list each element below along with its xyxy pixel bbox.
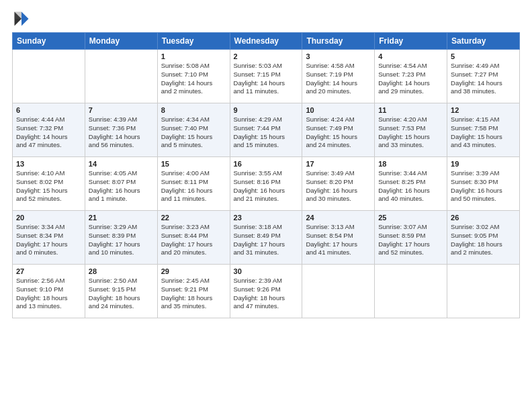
calendar-cell: 26Sunrise: 3:02 AM Sunset: 9:05 PM Dayli…: [447, 211, 520, 265]
day-number: 26: [451, 214, 516, 222]
day-number: 17: [306, 160, 371, 168]
calendar-cell: 30Sunrise: 2:39 AM Sunset: 9:26 PM Dayli…: [230, 265, 302, 318]
weekday-header: Tuesday: [157, 33, 230, 50]
calendar-cell: 4Sunrise: 4:54 AM Sunset: 7:23 PM Daylig…: [375, 50, 447, 103]
calendar-cell: 28Sunrise: 2:50 AM Sunset: 9:15 PM Dayli…: [85, 265, 157, 318]
day-info: Sunrise: 4:20 AM Sunset: 7:53 PM Dayligh…: [378, 116, 443, 150]
day-info: Sunrise: 3:13 AM Sunset: 8:54 PM Dayligh…: [306, 223, 371, 257]
logo: [12, 9, 34, 28]
calendar-cell: 11Sunrise: 4:20 AM Sunset: 7:53 PM Dayli…: [375, 103, 447, 157]
day-info: Sunrise: 4:34 AM Sunset: 7:40 PM Dayligh…: [161, 116, 226, 150]
weekday-header: Wednesday: [230, 33, 302, 50]
day-info: Sunrise: 4:39 AM Sunset: 7:36 PM Dayligh…: [89, 116, 154, 150]
calendar-week-row: 1Sunrise: 5:08 AM Sunset: 7:10 PM Daylig…: [13, 50, 520, 103]
day-number: 4: [378, 52, 443, 60]
calendar: SundayMondayTuesdayWednesdayThursdayFrid…: [12, 32, 520, 318]
day-number: 11: [378, 106, 443, 114]
day-info: Sunrise: 4:58 AM Sunset: 7:19 PM Dayligh…: [306, 62, 371, 96]
calendar-cell: 18Sunrise: 3:44 AM Sunset: 8:25 PM Dayli…: [375, 157, 447, 211]
calendar-cell: 12Sunrise: 4:15 AM Sunset: 7:58 PM Dayli…: [447, 103, 520, 157]
weekday-header: Sunday: [13, 33, 85, 50]
calendar-cell: 19Sunrise: 3:39 AM Sunset: 8:30 PM Dayli…: [447, 157, 520, 211]
day-info: Sunrise: 2:50 AM Sunset: 9:15 PM Dayligh…: [89, 277, 154, 311]
day-number: 22: [161, 214, 226, 222]
day-info: Sunrise: 4:54 AM Sunset: 7:23 PM Dayligh…: [378, 62, 443, 96]
weekday-header: Monday: [85, 33, 157, 50]
day-info: Sunrise: 3:34 AM Sunset: 8:34 PM Dayligh…: [16, 223, 81, 257]
day-info: Sunrise: 3:49 AM Sunset: 8:20 PM Dayligh…: [306, 169, 371, 203]
calendar-cell: 9Sunrise: 4:29 AM Sunset: 7:44 PM Daylig…: [230, 103, 302, 157]
weekday-header: Thursday: [302, 33, 375, 50]
calendar-cell: 1Sunrise: 5:08 AM Sunset: 7:10 PM Daylig…: [157, 50, 230, 103]
logo-icon: [12, 9, 31, 28]
weekday-header: Friday: [375, 33, 447, 50]
calendar-cell: 15Sunrise: 4:00 AM Sunset: 8:11 PM Dayli…: [157, 157, 230, 211]
calendar-cell: [13, 50, 85, 103]
svg-rect-2: [15, 12, 22, 19]
day-number: 1: [161, 52, 226, 60]
calendar-cell: [447, 265, 520, 318]
calendar-cell: 25Sunrise: 3:07 AM Sunset: 8:59 PM Dayli…: [375, 211, 447, 265]
calendar-cell: 22Sunrise: 3:23 AM Sunset: 8:44 PM Dayli…: [157, 211, 230, 265]
calendar-cell: 2Sunrise: 5:03 AM Sunset: 7:15 PM Daylig…: [230, 50, 302, 103]
calendar-week-row: 20Sunrise: 3:34 AM Sunset: 8:34 PM Dayli…: [13, 211, 520, 265]
day-number: 12: [451, 106, 516, 114]
calendar-cell: [375, 265, 447, 318]
day-info: Sunrise: 3:02 AM Sunset: 9:05 PM Dayligh…: [451, 223, 516, 257]
calendar-header-row: SundayMondayTuesdayWednesdayThursdayFrid…: [13, 33, 520, 50]
calendar-cell: 10Sunrise: 4:24 AM Sunset: 7:49 PM Dayli…: [302, 103, 375, 157]
calendar-cell: 16Sunrise: 3:55 AM Sunset: 8:16 PM Dayli…: [230, 157, 302, 211]
day-info: Sunrise: 3:07 AM Sunset: 8:59 PM Dayligh…: [378, 223, 443, 257]
day-info: Sunrise: 4:24 AM Sunset: 7:49 PM Dayligh…: [306, 116, 371, 150]
day-number: 14: [89, 160, 154, 168]
calendar-cell: 20Sunrise: 3:34 AM Sunset: 8:34 PM Dayli…: [13, 211, 85, 265]
calendar-cell: 14Sunrise: 4:05 AM Sunset: 8:07 PM Dayli…: [85, 157, 157, 211]
day-number: 10: [306, 106, 371, 114]
calendar-cell: 3Sunrise: 4:58 AM Sunset: 7:19 PM Daylig…: [302, 50, 375, 103]
day-number: 3: [306, 52, 371, 60]
calendar-week-row: 27Sunrise: 2:56 AM Sunset: 9:10 PM Dayli…: [13, 265, 520, 318]
calendar-cell: [85, 50, 157, 103]
calendar-cell: 17Sunrise: 3:49 AM Sunset: 8:20 PM Dayli…: [302, 157, 375, 211]
day-info: Sunrise: 3:55 AM Sunset: 8:16 PM Dayligh…: [234, 169, 299, 203]
day-info: Sunrise: 4:00 AM Sunset: 8:11 PM Dayligh…: [161, 169, 226, 203]
day-info: Sunrise: 4:29 AM Sunset: 7:44 PM Dayligh…: [234, 116, 299, 150]
day-number: 30: [234, 267, 299, 275]
day-info: Sunrise: 4:05 AM Sunset: 8:07 PM Dayligh…: [89, 169, 154, 203]
day-number: 21: [89, 214, 154, 222]
day-info: Sunrise: 3:23 AM Sunset: 8:44 PM Dayligh…: [161, 223, 226, 257]
calendar-cell: 29Sunrise: 2:45 AM Sunset: 9:21 PM Dayli…: [157, 265, 230, 318]
calendar-cell: 24Sunrise: 3:13 AM Sunset: 8:54 PM Dayli…: [302, 211, 375, 265]
day-info: Sunrise: 3:44 AM Sunset: 8:25 PM Dayligh…: [378, 169, 443, 203]
day-number: 25: [378, 214, 443, 222]
calendar-cell: 21Sunrise: 3:29 AM Sunset: 8:39 PM Dayli…: [85, 211, 157, 265]
calendar-cell: 5Sunrise: 4:49 AM Sunset: 7:27 PM Daylig…: [447, 50, 520, 103]
day-number: 24: [306, 214, 371, 222]
calendar-cell: [302, 265, 375, 318]
day-number: 13: [16, 160, 81, 168]
day-info: Sunrise: 4:15 AM Sunset: 7:58 PM Dayligh…: [451, 116, 516, 150]
calendar-cell: 13Sunrise: 4:10 AM Sunset: 8:02 PM Dayli…: [13, 157, 85, 211]
day-number: 23: [234, 214, 299, 222]
day-number: 27: [16, 267, 81, 275]
calendar-week-row: 13Sunrise: 4:10 AM Sunset: 8:02 PM Dayli…: [13, 157, 520, 211]
day-number: 5: [451, 52, 516, 60]
calendar-cell: 27Sunrise: 2:56 AM Sunset: 9:10 PM Dayli…: [13, 265, 85, 318]
day-info: Sunrise: 3:18 AM Sunset: 8:49 PM Dayligh…: [234, 223, 299, 257]
day-number: 29: [161, 267, 226, 275]
day-info: Sunrise: 2:56 AM Sunset: 9:10 PM Dayligh…: [16, 277, 81, 311]
svg-marker-0: [21, 12, 29, 26]
day-number: 16: [234, 160, 299, 168]
day-info: Sunrise: 4:49 AM Sunset: 7:27 PM Dayligh…: [451, 62, 516, 96]
day-number: 7: [89, 106, 154, 114]
weekday-header: Saturday: [447, 33, 520, 50]
calendar-week-row: 6Sunrise: 4:44 AM Sunset: 7:32 PM Daylig…: [13, 103, 520, 157]
calendar-cell: 8Sunrise: 4:34 AM Sunset: 7:40 PM Daylig…: [157, 103, 230, 157]
day-number: 28: [89, 267, 154, 275]
calendar-cell: 23Sunrise: 3:18 AM Sunset: 8:49 PM Dayli…: [230, 211, 302, 265]
header: [12, 9, 520, 28]
day-number: 8: [161, 106, 226, 114]
day-info: Sunrise: 2:45 AM Sunset: 9:21 PM Dayligh…: [161, 277, 226, 311]
day-number: 19: [451, 160, 516, 168]
day-number: 15: [161, 160, 226, 168]
